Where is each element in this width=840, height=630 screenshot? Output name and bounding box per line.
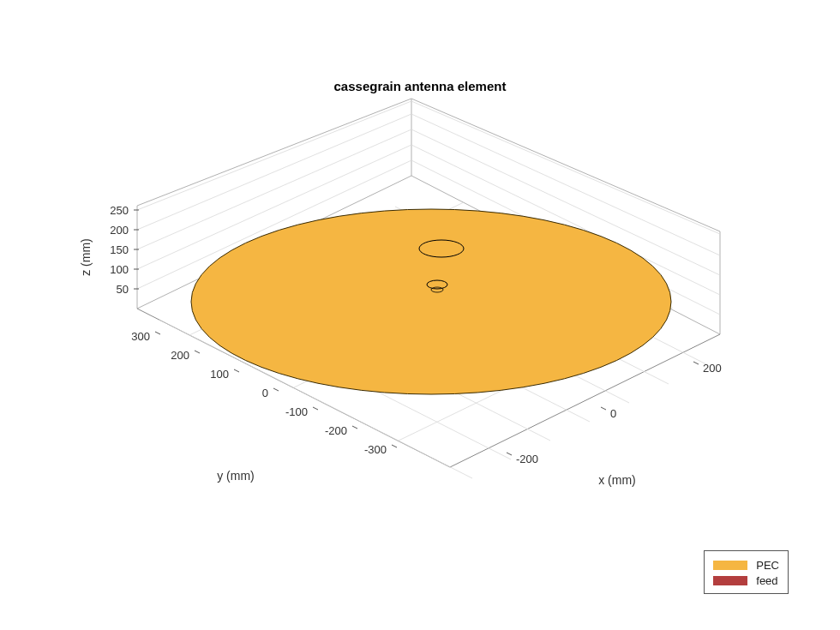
legend-swatch-pec xyxy=(713,561,747,570)
axes-3d[interactable]: 50 100 150 200 250 z (mm) 300 200 100 0 … xyxy=(0,0,840,630)
legend-item-pec: PEC xyxy=(713,559,779,572)
z-axis-label: z (mm) xyxy=(79,238,93,276)
y-tick-n100: -100 xyxy=(285,405,308,418)
x-tick-0: 0 xyxy=(610,407,616,420)
y-tick-0: 0 xyxy=(262,387,268,399)
svg-point-29 xyxy=(191,209,671,394)
legend-item-feed: feed xyxy=(713,574,779,587)
pec-main-reflector xyxy=(191,209,671,394)
pec-sub-reflector xyxy=(419,240,464,257)
svg-line-45 xyxy=(507,453,512,455)
svg-line-40 xyxy=(234,369,239,372)
legend-label-pec: PEC xyxy=(756,559,779,572)
svg-line-44 xyxy=(392,445,397,447)
z-tick-150: 150 xyxy=(110,243,129,256)
x-tick-n200: -200 xyxy=(516,453,538,465)
svg-line-42 xyxy=(313,407,318,410)
y-axis-label: y (mm) xyxy=(217,469,255,483)
svg-line-13 xyxy=(137,101,411,210)
y-tick-100: 100 xyxy=(210,368,229,381)
svg-point-30 xyxy=(419,240,464,257)
svg-point-31 xyxy=(427,280,447,289)
legend-label-feed: feed xyxy=(756,574,777,587)
svg-line-47 xyxy=(693,362,699,364)
legend-swatch-feed xyxy=(713,576,747,585)
y-tick-200: 200 xyxy=(171,349,189,362)
y-tick-300: 300 xyxy=(131,330,150,343)
x-tick-200: 200 xyxy=(703,362,722,375)
svg-line-43 xyxy=(352,426,357,429)
x-axis-label: x (mm) xyxy=(598,473,636,487)
svg-line-38 xyxy=(155,332,160,334)
legend: PEC feed xyxy=(704,550,789,594)
z-tick-250: 250 xyxy=(110,204,129,217)
figure-container: cassegrain antenna element xyxy=(0,0,840,630)
z-tick-100: 100 xyxy=(110,263,129,276)
z-tick-50: 50 xyxy=(117,283,129,296)
svg-line-41 xyxy=(273,388,279,391)
svg-line-39 xyxy=(195,351,200,353)
z-tick-200: 200 xyxy=(110,224,129,237)
y-tick-n200: -200 xyxy=(325,424,347,437)
svg-line-46 xyxy=(601,407,606,410)
y-tick-n300: -300 xyxy=(364,443,387,456)
z-tick-labels: 50 100 150 200 250 xyxy=(110,204,129,296)
